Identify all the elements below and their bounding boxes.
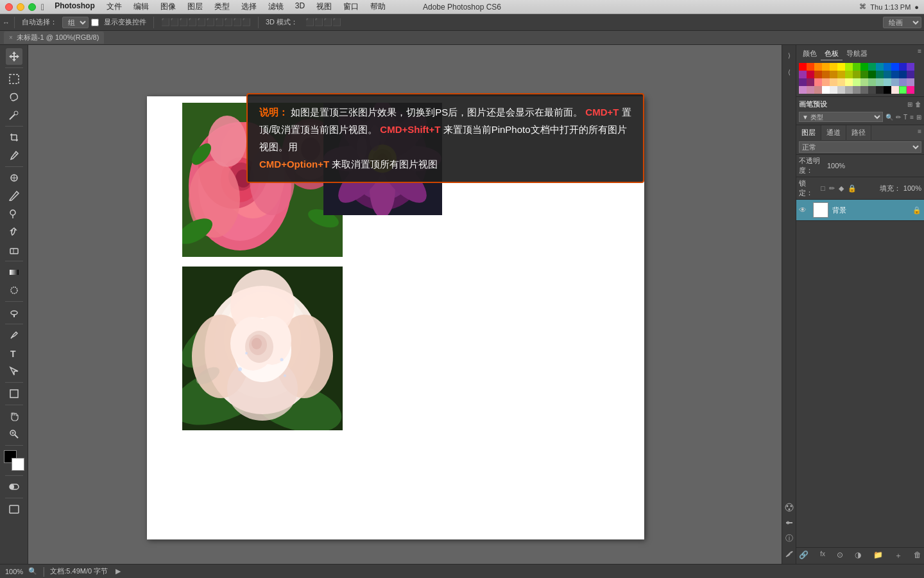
swatch[interactable] <box>837 86 845 94</box>
move-tool[interactable] <box>6 48 22 65</box>
zoom-tool[interactable] <box>6 426 22 442</box>
swatch[interactable] <box>860 78 868 86</box>
paint-mode-dropdown[interactable]: 绘画 <box>883 17 921 28</box>
minimize-button[interactable] <box>17 3 24 11</box>
hand-tool[interactable] <box>6 408 22 425</box>
swatch[interactable] <box>876 86 884 94</box>
menu-3d[interactable]: 3D <box>290 1 310 12</box>
layer-adjust-icon[interactable]: ◑ <box>855 550 861 561</box>
layer-link-icon[interactable]: 🔗 <box>799 550 809 561</box>
lock-position-icon[interactable]: ◆ <box>839 184 844 193</box>
swatches-tab[interactable]: 色板 <box>821 48 843 60</box>
swatch[interactable] <box>868 71 876 78</box>
window-controls[interactable] <box>5 3 36 11</box>
swatch[interactable] <box>837 63 845 71</box>
search-icon[interactable]: ● <box>914 3 919 11</box>
swatch[interactable] <box>884 78 891 86</box>
crop-tool[interactable] <box>6 129 22 146</box>
menu-window[interactable]: 窗口 <box>338 1 364 12</box>
lasso-tool[interactable] <box>6 89 22 105</box>
swatch[interactable] <box>822 71 830 78</box>
swatch[interactable] <box>891 63 899 71</box>
swatch[interactable] <box>899 86 907 94</box>
layer-item-background[interactable]: 👁 背景 🔒 <box>796 200 924 221</box>
swatch[interactable] <box>891 78 899 86</box>
menu-select[interactable]: 选择 <box>236 1 262 12</box>
swatch[interactable] <box>891 86 899 94</box>
swatch[interactable] <box>907 86 914 94</box>
swatch[interactable] <box>799 71 807 78</box>
swatch[interactable] <box>799 63 807 71</box>
shape-tool[interactable] <box>6 385 22 402</box>
lock-paint-icon[interactable]: ✏ <box>829 184 835 193</box>
document-tab[interactable]: × 未标题-1 @ 100%(RGB/8) <box>4 31 104 44</box>
background-color[interactable] <box>12 458 24 471</box>
swatch[interactable] <box>814 71 822 78</box>
adjustment-icon[interactable] <box>783 516 796 529</box>
layer-add-icon[interactable]: ＋ <box>894 550 902 561</box>
swatch[interactable] <box>899 63 907 71</box>
blur-tool[interactable] <box>6 282 22 299</box>
swatch[interactable] <box>814 86 822 94</box>
history-brush-tool[interactable] <box>6 223 22 240</box>
layer-visibility-icon[interactable]: 👁 <box>799 206 809 215</box>
menu-bar[interactable]: Photoshop 文件 编辑 图像 图层 类型 选择 滤镜 3D 视图 窗口 … <box>49 1 391 12</box>
swatch[interactable] <box>814 78 822 86</box>
brush-tool[interactable] <box>6 188 22 204</box>
gradient-tool[interactable] <box>6 264 22 281</box>
wrench-icon[interactable] <box>783 547 796 560</box>
swatch[interactable] <box>868 63 876 71</box>
brush-panel-trash[interactable]: 🗑 <box>915 101 921 108</box>
swatch[interactable] <box>837 71 845 78</box>
lock-all-icon[interactable]: 🔒 <box>848 184 857 193</box>
swatch[interactable] <box>884 86 891 94</box>
menu-image[interactable]: 图像 <box>155 1 181 12</box>
swatch[interactable] <box>830 63 837 71</box>
swatch[interactable] <box>884 63 891 71</box>
swatch[interactable] <box>822 86 830 94</box>
menu-edit[interactable]: 编辑 <box>128 1 154 12</box>
swatch[interactable] <box>845 63 853 71</box>
layer-mask-icon[interactable]: ⊙ <box>837 550 843 561</box>
marquee-tool[interactable] <box>6 71 22 87</box>
swatch[interactable] <box>868 86 876 94</box>
collapse-icon[interactable]: ⟨ <box>783 66 796 78</box>
expand-status-icon[interactable]: ▶ <box>116 567 121 575</box>
brush-search-icon[interactable]: 🔍 <box>886 114 893 121</box>
brush-panel-resize[interactable]: ⊞ <box>907 101 912 108</box>
swatch[interactable] <box>860 86 868 94</box>
auto-select-dropdown[interactable]: 组 <box>62 17 89 28</box>
swatch[interactable] <box>853 86 860 94</box>
swatch[interactable] <box>868 78 876 86</box>
swatch[interactable] <box>807 63 814 71</box>
swatch[interactable] <box>907 63 914 71</box>
show-transform-checkbox[interactable] <box>91 19 99 26</box>
swatch[interactable] <box>860 71 868 78</box>
pen-tool[interactable] <box>6 327 22 344</box>
foreground-background-colors[interactable] <box>4 450 24 471</box>
swatch[interactable] <box>845 71 853 78</box>
quick-mask-tool[interactable] <box>6 478 22 495</box>
panel-options-icon[interactable]: ≡ <box>918 48 921 60</box>
color-palette-icon[interactable] <box>783 501 796 514</box>
swatch[interactable] <box>884 71 891 78</box>
menu-layer[interactable]: 图层 <box>182 1 208 12</box>
swatch[interactable] <box>907 78 914 86</box>
layers-tab[interactable]: 图层 <box>796 125 821 140</box>
swatch[interactable] <box>899 71 907 78</box>
blend-mode-dropdown[interactable]: 正常 <box>799 141 921 153</box>
eyedropper-tool[interactable] <box>6 147 22 164</box>
swatch[interactable] <box>830 78 837 86</box>
navigator-tab[interactable]: 导航器 <box>843 48 871 60</box>
info-icon[interactable]: ⓘ <box>783 532 796 545</box>
menu-help[interactable]: 帮助 <box>365 1 391 12</box>
menu-file[interactable]: 文件 <box>101 1 127 12</box>
type-tool[interactable]: T <box>6 345 22 362</box>
swatch[interactable] <box>876 63 884 71</box>
menu-filter[interactable]: 滤镜 <box>263 1 289 12</box>
swatch[interactable] <box>853 63 860 71</box>
swatch[interactable] <box>845 78 853 86</box>
healing-brush-tool[interactable] <box>6 170 22 186</box>
zoom-indicator-icon[interactable]: 🔍 <box>28 567 37 575</box>
layer-fx-icon[interactable]: fx <box>820 550 825 561</box>
